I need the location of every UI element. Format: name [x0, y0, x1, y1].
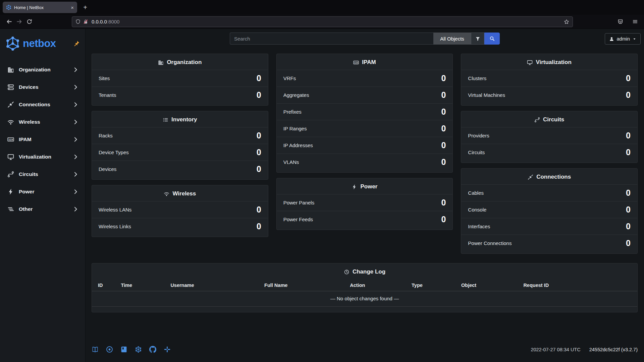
reload-button[interactable]	[24, 17, 34, 27]
rest-api-icon[interactable]	[106, 346, 113, 353]
card-title-text: Power	[360, 183, 377, 190]
screen: Home | NetBox × + 0.0.0.0:8000 netbox	[0, 0, 644, 362]
stat-label[interactable]: Power Panels	[283, 200, 315, 205]
stat-value[interactable]: 0	[257, 165, 261, 173]
stat-label[interactable]: Tenants	[99, 92, 116, 98]
stat-value[interactable]: 0	[257, 148, 261, 157]
stat-row-wireless-links: Wireless Links0	[92, 218, 268, 235]
stat-label[interactable]: Interfaces	[468, 224, 490, 229]
stat-value[interactable]: 0	[626, 222, 631, 231]
stat-value[interactable]: 0	[441, 198, 446, 207]
stat-label[interactable]: Sites	[99, 75, 110, 81]
stat-label[interactable]: IP Ranges	[283, 126, 307, 131]
stat-label[interactable]: IP Addresses	[283, 142, 313, 148]
stat-value[interactable]: 0	[626, 189, 631, 197]
building-icon	[7, 66, 14, 73]
stat-row-providers: Providers0	[461, 127, 637, 144]
changelog-header: Change Log	[92, 263, 637, 279]
netbox-wordmark[interactable]: netbox	[23, 38, 56, 50]
stat-value[interactable]: 0	[441, 108, 446, 116]
stat-label[interactable]: Device Types	[99, 149, 129, 155]
menu-icon[interactable]	[630, 17, 640, 27]
stat-label[interactable]: VLANs	[283, 159, 299, 165]
stat-label[interactable]: Power Feeds	[283, 217, 313, 222]
stat-label[interactable]: Circuits	[468, 149, 485, 155]
card-inventory: InventoryRacks0Device Types0Devices0	[92, 111, 268, 180]
stat-label[interactable]: Clusters	[468, 75, 486, 81]
stat-label[interactable]: Providers	[468, 133, 489, 138]
browser-tab[interactable]: Home | NetBox ×	[3, 2, 77, 13]
stat-value[interactable]: 0	[626, 148, 631, 157]
pin-icon[interactable]	[73, 40, 80, 47]
stat-label[interactable]: Racks	[99, 133, 113, 138]
stat-value[interactable]: 0	[257, 91, 261, 99]
forward-button[interactable]	[14, 17, 24, 27]
sidebar-item-circuits[interactable]: Circuits	[0, 166, 85, 183]
stat-value[interactable]: 0	[626, 205, 631, 214]
topbar: All Objects admin	[86, 29, 644, 49]
stat-label[interactable]: VRFs	[283, 75, 296, 81]
api-docs-icon[interactable]	[120, 346, 127, 353]
card-title: Power	[277, 178, 453, 194]
new-tab-button[interactable]: +	[80, 2, 91, 13]
stat-value[interactable]: 0	[441, 91, 446, 99]
stat-label[interactable]: Virtual Machines	[468, 92, 505, 98]
stat-value[interactable]: 0	[626, 91, 631, 99]
stat-label[interactable]: Cables	[468, 190, 484, 196]
card-circuits: CircuitsProviders0Circuits0	[461, 111, 638, 163]
sidebar-item-organization[interactable]: Organization	[0, 61, 85, 78]
stat-value[interactable]: 0	[441, 215, 446, 224]
stat-value[interactable]: 0	[257, 74, 261, 82]
search-icon	[489, 36, 495, 41]
object-type-button[interactable]: All Objects	[433, 33, 471, 45]
stat-value[interactable]: 0	[626, 74, 631, 82]
netbox-logo-icon[interactable]	[5, 36, 20, 51]
stat-label[interactable]: Console	[468, 207, 486, 213]
sidebar-item-devices[interactable]: Devices	[0, 78, 85, 96]
stat-label[interactable]: Devices	[99, 166, 116, 172]
stat-value[interactable]: 0	[441, 141, 446, 149]
counter-icon: 123	[353, 60, 359, 65]
wifi-icon	[7, 119, 14, 125]
sidebar-item-other[interactable]: Other	[0, 200, 85, 218]
sidebar-item-ipam[interactable]: 123IPAM	[0, 131, 85, 148]
stat-value[interactable]: 0	[257, 222, 261, 231]
stat-label[interactable]: Wireless LANs	[99, 207, 131, 213]
sidebar-item-connections[interactable]: Connections	[0, 96, 85, 113]
stat-value[interactable]: 0	[441, 74, 446, 82]
stat-value[interactable]: 0	[441, 124, 446, 133]
insecure-lock-icon[interactable]	[83, 19, 88, 24]
search-input[interactable]	[230, 33, 433, 45]
search-submit-button[interactable]	[484, 33, 500, 45]
stat-value[interactable]: 0	[441, 158, 446, 166]
graphql-icon[interactable]	[135, 346, 142, 353]
community-icon[interactable]	[164, 346, 171, 353]
card-title: Circuits	[461, 111, 637, 127]
browser-toolbar: 0.0.0.0:8000	[0, 15, 644, 29]
tab-close-icon[interactable]: ×	[71, 5, 74, 10]
card-change-log: Change Log IDTimeUsernameFull NameAction…	[92, 263, 638, 312]
stat-value[interactable]: 0	[257, 205, 261, 214]
sidebar-item-virtualization[interactable]: Virtualization	[0, 148, 85, 166]
url-bar[interactable]: 0.0.0.0:8000	[72, 16, 573, 27]
sidebar-item-power[interactable]: Power	[0, 183, 85, 200]
shield-icon[interactable]	[75, 19, 80, 24]
pocket-icon[interactable]	[615, 17, 625, 27]
user-menu-button[interactable]: admin	[605, 33, 641, 45]
filter-button[interactable]	[471, 33, 484, 45]
stat-label[interactable]: Power Connections	[468, 240, 512, 246]
stat-label[interactable]: Aggregates	[283, 92, 309, 98]
docs-icon[interactable]	[92, 346, 99, 353]
back-button[interactable]	[4, 17, 14, 27]
changelog-table: IDTimeUsernameFull NameActionTypeObjectR…	[92, 280, 637, 307]
stat-label[interactable]: Wireless Links	[99, 224, 131, 229]
stat-value[interactable]: 0	[626, 131, 631, 140]
card-title: Virtualization	[461, 54, 637, 70]
sidebar-item-wireless[interactable]: Wireless	[0, 113, 85, 131]
github-icon[interactable]	[149, 346, 156, 353]
monitor-icon	[527, 60, 533, 65]
stat-value[interactable]: 0	[257, 131, 261, 140]
stat-label[interactable]: Prefixes	[283, 109, 302, 115]
bookmark-star-icon[interactable]	[564, 19, 569, 24]
stat-value[interactable]: 0	[626, 239, 631, 247]
